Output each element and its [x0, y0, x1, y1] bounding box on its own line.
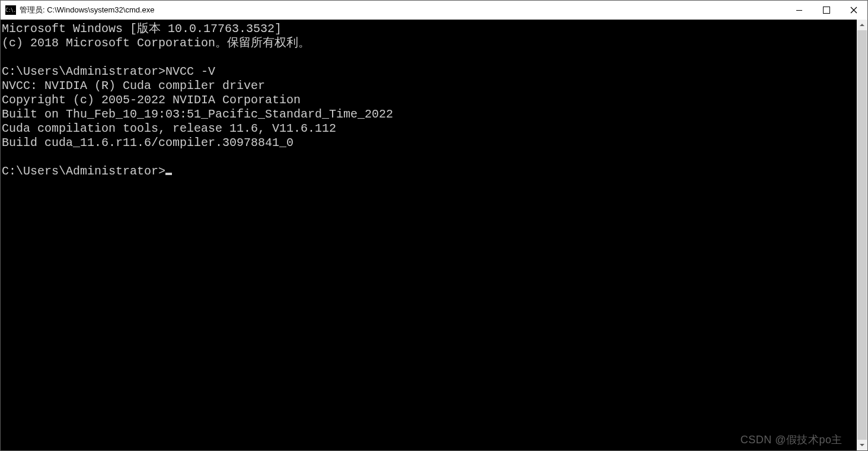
minimize-button[interactable]: [786, 1, 813, 20]
terminal-line: (c) 2018 Microsoft Corporation。保留所有权利。: [2, 36, 310, 50]
scrollbar-track[interactable]: [857, 30, 867, 440]
chevron-down-icon: [859, 442, 865, 448]
terminal-line: Built on Thu_Feb_10_19:03:51_Pacific_Sta…: [2, 107, 393, 121]
terminal-line: C:\Users\Administrator>NVCC -V: [2, 65, 215, 78]
terminal-line: Microsoft Windows [版本 10.0.17763.3532]: [2, 22, 282, 36]
terminal-cursor: [165, 173, 172, 175]
terminal-line: C:\Users\Administrator>: [2, 164, 165, 178]
titlebar[interactable]: C:\. 管理员: C:\Windows\system32\cmd.exe: [1, 1, 867, 20]
watermark: CSDN @假技术po主: [741, 433, 843, 447]
window-title: 管理员: C:\Windows\system32\cmd.exe: [20, 5, 155, 15]
terminal-line: Copyright (c) 2005-2022 NVIDIA Corporati…: [2, 93, 301, 107]
terminal-line: Cuda compilation tools, release 11.6, V1…: [2, 122, 336, 135]
close-button[interactable]: [840, 1, 867, 20]
scroll-down-button[interactable]: [857, 440, 867, 450]
terminal-line: Build cuda_11.6.r11.6/compiler.30978841_…: [2, 136, 293, 150]
terminal-output[interactable]: Microsoft Windows [版本 10.0.17763.3532] (…: [1, 20, 857, 450]
cmd-icon: C:\.: [5, 5, 16, 15]
scroll-up-button[interactable]: [857, 20, 867, 30]
close-icon: [850, 7, 857, 14]
cmd-window: C:\. 管理员: C:\Windows\system32\cmd.exe Mi…: [0, 0, 868, 451]
terminal-line: NVCC: NVIDIA (R) Cuda compiler driver: [2, 79, 265, 93]
chevron-up-icon: [859, 22, 865, 28]
terminal-area: Microsoft Windows [版本 10.0.17763.3532] (…: [1, 20, 867, 450]
maximize-button[interactable]: [813, 1, 840, 20]
scrollbar-thumb[interactable]: [857, 30, 867, 440]
vertical-scrollbar[interactable]: [857, 20, 867, 450]
